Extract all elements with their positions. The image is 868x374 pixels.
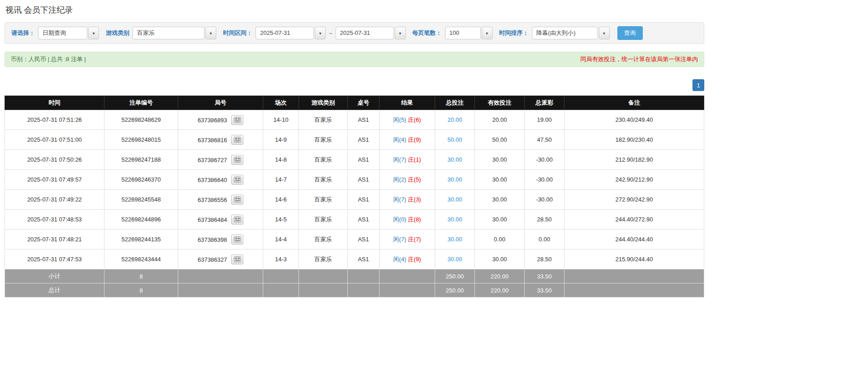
table-no-cell: AS1 <box>348 150 379 170</box>
page-size-select[interactable]: 100 ▾ <box>445 27 493 39</box>
total-bet-cell: 50.00 <box>435 130 475 150</box>
round-record-icon[interactable] <box>231 175 243 185</box>
search-button[interactable]: 查询 <box>617 26 643 40</box>
column-header: 注单编号 <box>104 96 178 110</box>
sort-value: 降幕(由大到小) <box>532 27 598 39</box>
bet-id-cell: 522698248015 <box>104 130 178 150</box>
result-banker: 庄(9) <box>408 136 421 143</box>
chevron-down-icon[interactable]: ▾ <box>395 27 406 39</box>
page-size-label: 每页笔数： <box>413 29 442 37</box>
table-row: 2025-07-31 07:50:26522698247188637386727… <box>5 150 704 170</box>
round-record-icon[interactable] <box>231 135 243 145</box>
total-bet-link[interactable]: 30.00 <box>447 196 462 203</box>
game-type-cell: 百家乐 <box>299 190 348 210</box>
total-remark-cell <box>564 283 704 297</box>
subtotal-game-type-cell <box>299 269 348 283</box>
total-bet-link[interactable]: 30.00 <box>447 216 462 223</box>
table-no-cell: AS1 <box>348 230 379 249</box>
remark-cell: 212.90/182.90 <box>564 150 704 170</box>
total-bet-link[interactable]: 30.00 <box>447 236 462 243</box>
pagination: 1 <box>5 79 704 91</box>
table-row: 2025-07-31 07:51:26522698248629637386893… <box>5 110 704 130</box>
payout-cell: -30.00 <box>525 170 564 190</box>
round-cell: 637386640 <box>178 170 263 190</box>
sort-select[interactable]: 降幕(由大到小) ▾ <box>532 27 610 39</box>
time-cell: 2025-07-31 07:47:53 <box>5 249 104 269</box>
round-cell: 637386327 <box>178 249 263 269</box>
time-cell: 2025-07-31 07:48:21 <box>5 230 104 249</box>
result-cell: 闲(4) 庄(9) <box>379 130 435 150</box>
valid-bet-cell: 50.00 <box>475 130 525 150</box>
total-total-bet-cell: 250.00 <box>435 283 475 297</box>
bet-id-cell: 522698244896 <box>104 210 178 230</box>
total-bet-cell: 20.00 <box>435 110 475 130</box>
remark-cell: 244.40/244.40 <box>564 230 704 249</box>
total-table-no-cell <box>348 283 379 297</box>
chevron-down-icon[interactable]: ▾ <box>482 27 493 39</box>
valid-bet-cell: 30.00 <box>475 249 525 269</box>
result-banker: 庄(6) <box>408 116 421 123</box>
round-cell: 637386556 <box>178 190 263 210</box>
sort-label: 时间排序： <box>499 29 529 37</box>
page-size-value: 100 <box>445 27 481 39</box>
date-from-select[interactable]: 2025-07-31 ▾ <box>256 27 326 39</box>
game-type-select[interactable]: 百家乐 ▾ <box>133 27 216 39</box>
query-type-select[interactable]: 日期查询 ▾ <box>38 27 99 39</box>
result-player: 闲(4) <box>393 136 406 143</box>
remark-cell: 244.40/272.90 <box>564 210 704 230</box>
time-cell: 2025-07-31 07:51:00 <box>5 130 104 150</box>
remark-cell: 242.90/212.90 <box>564 170 704 190</box>
round-cell: 637386484 <box>178 210 263 230</box>
session-cell: 14-3 <box>263 249 299 269</box>
round-cell: 637386398 <box>178 230 263 249</box>
result-banker: 庄(9) <box>408 256 421 263</box>
chevron-down-icon[interactable]: ▾ <box>88 27 99 39</box>
total-bet-link[interactable]: 30.00 <box>447 256 462 263</box>
table-no-cell: AS1 <box>348 210 379 230</box>
round-number: 637386556 <box>198 196 227 203</box>
filter-bar: 请选择： 日期查询 ▾ 游戏类别 百家乐 ▾ 时间区间： 2025-07-31 … <box>5 22 704 44</box>
round-record-icon[interactable] <box>231 155 243 165</box>
chevron-down-icon[interactable]: ▾ <box>315 27 326 39</box>
time-range-label: 时间区间： <box>223 29 252 37</box>
session-cell: 14-8 <box>263 150 299 170</box>
column-header: 桌号 <box>348 96 379 110</box>
session-cell: 14-10 <box>263 110 299 130</box>
total-bet-link[interactable]: 30.00 <box>447 176 462 183</box>
payout-cell: -30.00 <box>525 190 564 210</box>
valid-bet-cell: 30.00 <box>475 150 525 170</box>
query-type-label: 请选择： <box>11 29 35 37</box>
round-record-icon[interactable] <box>231 195 243 205</box>
table-body: 2025-07-31 07:51:26522698248629637386893… <box>5 110 704 297</box>
column-header: 时间 <box>5 96 104 110</box>
round-record-icon[interactable] <box>231 235 243 245</box>
table-row: 2025-07-31 07:49:57522698246370637386640… <box>5 170 704 190</box>
total-bet-cell: 30.00 <box>435 150 475 170</box>
result-player: 闲(5) <box>393 116 406 123</box>
game-type-cell: 百家乐 <box>299 130 348 150</box>
table-header-row: 时间注单编号局号场次游戏类别桌号结果总投注有效投注总派彩备注 <box>5 96 704 110</box>
round-record-icon[interactable] <box>231 115 243 125</box>
round-record-icon[interactable] <box>231 215 243 225</box>
game-type-cell: 百家乐 <box>299 249 348 269</box>
total-bet-cell: 30.00 <box>435 190 475 210</box>
page: 视讯 会员下注纪录 请选择： 日期查询 ▾ 游戏类别 百家乐 ▾ 时间区间： 2… <box>5 5 704 297</box>
bet-id-cell: 522698245548 <box>104 190 178 210</box>
date-to-value: 2025-07-31 <box>336 27 394 39</box>
column-header: 局号 <box>178 96 263 110</box>
chevron-down-icon[interactable]: ▾ <box>205 27 216 39</box>
round-record-icon[interactable] <box>231 254 243 264</box>
result-cell: 闲(7) 庄(3) <box>379 190 435 210</box>
total-bet-link[interactable]: 20.00 <box>447 116 462 123</box>
game-type-label: 游戏类别 <box>106 29 129 37</box>
date-to-select[interactable]: 2025-07-31 ▾ <box>336 27 406 39</box>
session-cell: 14-4 <box>263 230 299 249</box>
summary-notice: 同局有效投注，统一计算在该局第一张注单内 <box>580 55 698 63</box>
total-bet-link[interactable]: 30.00 <box>447 156 462 163</box>
column-header: 备注 <box>564 96 704 110</box>
result-cell: 闲(5) 庄(6) <box>379 110 435 130</box>
page-button-1[interactable]: 1 <box>693 79 704 91</box>
total-bet-cell: 30.00 <box>435 249 475 269</box>
total-bet-link[interactable]: 50.00 <box>447 136 462 143</box>
chevron-down-icon[interactable]: ▾ <box>599 27 610 39</box>
